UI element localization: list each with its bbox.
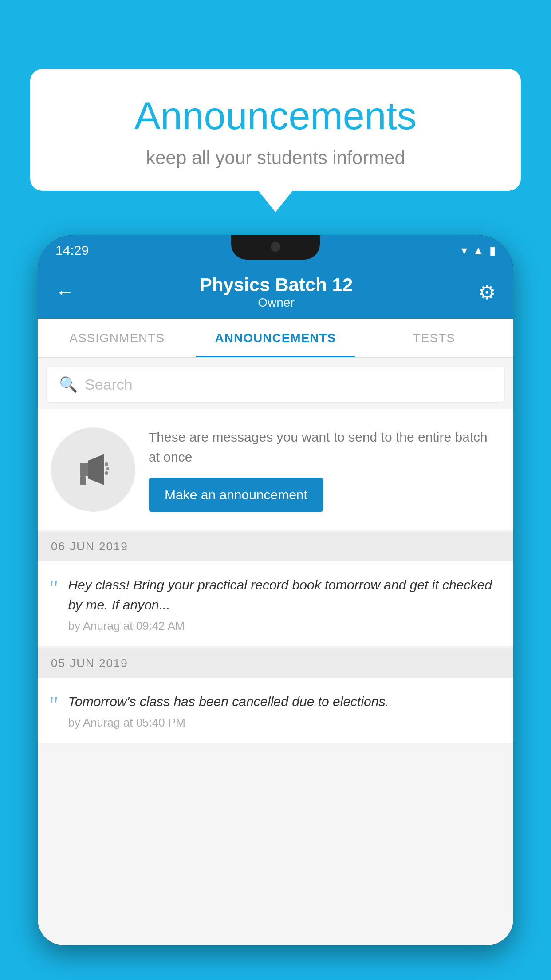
status-time: 14:29 [55, 243, 89, 258]
tabs-container: ASSIGNMENTS ANNOUNCEMENTS TESTS [38, 319, 513, 358]
header-center: Physics Batch 12 Owner [200, 274, 353, 310]
back-button[interactable]: ← [55, 281, 74, 303]
settings-icon[interactable]: ⚙ [478, 281, 496, 304]
status-icons: ▾ ▲ ▮ [461, 244, 496, 257]
announcement-text-2: Tomorrow's class has been cancelled due … [68, 692, 500, 711]
quote-icon-1: " [49, 577, 58, 599]
status-bar: 14:29 ▾ ▲ ▮ [38, 235, 513, 265]
svg-point-4 [106, 467, 109, 470]
header-subtitle: Owner [200, 296, 353, 310]
promo-card: These are messages you want to send to t… [38, 409, 513, 530]
date-separator-1: 06 JUN 2019 [38, 532, 513, 561]
phone-frame: 14:29 ▾ ▲ ▮ ← Physics Batch 12 Owner ⚙ [38, 235, 513, 945]
svg-point-5 [105, 471, 108, 475]
phone-container: 14:29 ▾ ▲ ▮ ← Physics Batch 12 Owner ⚙ [38, 235, 513, 980]
announcement-item-2[interactable]: " Tomorrow's class has been cancelled du… [38, 678, 513, 743]
date-separator-2: 05 JUN 2019 [38, 648, 513, 678]
megaphone-svg [71, 447, 115, 492]
tab-announcements[interactable]: ANNOUNCEMENTS [196, 319, 354, 357]
make-announcement-button[interactable]: Make an announcement [149, 478, 323, 512]
signal-icon: ▲ [472, 244, 484, 257]
battery-icon: ▮ [489, 244, 496, 257]
speech-bubble: Announcements keep all your students inf… [30, 69, 521, 191]
wifi-icon: ▾ [461, 244, 467, 257]
svg-marker-0 [80, 463, 88, 476]
search-placeholder-text: Search [85, 376, 133, 393]
promo-icon-circle [51, 427, 135, 512]
svg-point-3 [105, 462, 108, 466]
tab-assignments[interactable]: ASSIGNMENTS [38, 319, 196, 357]
quote-icon-2: " [49, 693, 58, 715]
svg-rect-2 [80, 476, 86, 485]
promo-description: These are messages you want to send to t… [149, 427, 500, 467]
announcement-meta-1: by Anurag at 09:42 AM [68, 619, 500, 633]
announcement-item-1[interactable]: " Hey class! Bring your practical record… [38, 561, 513, 647]
svg-marker-1 [88, 454, 104, 485]
phone-content: 🔍 Search [38, 358, 513, 945]
bubble-title: Announcements [57, 93, 494, 138]
promo-right: These are messages you want to send to t… [149, 427, 500, 512]
announcement-content-2: Tomorrow's class has been cancelled due … [68, 692, 500, 730]
tab-tests[interactable]: TESTS [355, 319, 513, 357]
speech-bubble-container: Announcements keep all your students inf… [30, 69, 521, 191]
announcement-content-1: Hey class! Bring your practical record b… [68, 575, 500, 633]
camera-dot [271, 242, 280, 252]
announcement-meta-2: by Anurag at 05:40 PM [68, 716, 500, 730]
announcement-text-1: Hey class! Bring your practical record b… [68, 575, 500, 615]
app-header: ← Physics Batch 12 Owner ⚙ [38, 265, 513, 319]
search-bar[interactable]: 🔍 Search [47, 367, 504, 402]
notch [231, 235, 320, 260]
phone-inner: 14:29 ▾ ▲ ▮ ← Physics Batch 12 Owner ⚙ [38, 235, 513, 945]
header-title: Physics Batch 12 [200, 274, 353, 296]
bubble-subtitle: keep all your students informed [57, 147, 494, 169]
search-icon: 🔍 [59, 375, 78, 393]
